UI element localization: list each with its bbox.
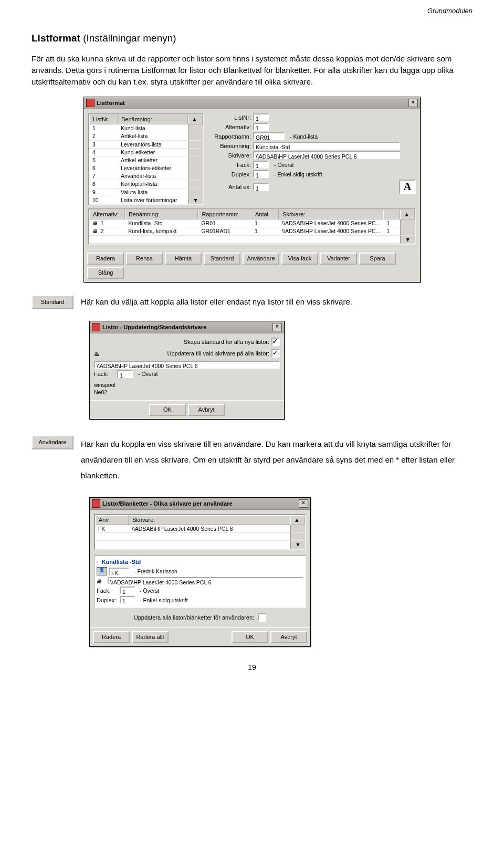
label-skrivare: Skrivare: — [209, 152, 253, 160]
scroll-down-icon[interactable]: ▼ — [290, 541, 305, 549]
fack-field[interactable]: 1 — [117, 370, 133, 378]
printer-icon — [92, 220, 98, 226]
app-icon — [92, 499, 100, 508]
font-indicator[interactable]: A — [399, 180, 416, 194]
col-rapp: Rapportnamn: — [198, 209, 251, 219]
fk-field[interactable]: FK — [109, 568, 130, 575]
standardskrivare-window: Listor - Uppdatering/Standardskrivare × … — [89, 321, 285, 420]
titlebar: Listformat × — [84, 97, 420, 109]
label-listnr: ListNr: — [209, 114, 253, 122]
list-item[interactable]: Valuta-lista — [118, 188, 188, 196]
page-icon — [97, 558, 99, 566]
ok-button[interactable]: OK — [149, 404, 186, 416]
fack-field[interactable]: 1 — [120, 586, 135, 594]
col-skrivare: Skrivare: — [279, 209, 383, 219]
skrivare-field[interactable]: \\ADSAB\HP LaserJet 4000 Series PCL 6 — [253, 151, 400, 159]
label-antalex: Antal ex: — [209, 183, 253, 191]
skapa-standard-checkbox[interactable] — [271, 338, 280, 346]
standard-section-button[interactable]: Standard — [32, 295, 74, 309]
avbryt-button[interactable]: Avbryt — [188, 404, 225, 416]
label-fack: Fack: — [97, 587, 120, 595]
close-icon[interactable]: × — [272, 323, 282, 331]
printer-field[interactable]: \\ADSAB\HP LaserJet 4000 Series PCL 6 — [94, 361, 280, 369]
anvandare-section-text: Här kan du koppla en viss skrivare till … — [81, 436, 472, 484]
varianter-button[interactable]: Varianter — [320, 253, 357, 265]
col-anv: Anv — [95, 515, 129, 525]
table-row[interactable]: 2 Kund-lista, kompaktGR01RAD11\\ADSAB\HP… — [89, 227, 415, 236]
table-row[interactable]: FK\\ADSAB\HP LaserJet 4000 Series PCL 6 — [95, 525, 305, 533]
fack-field[interactable]: 1 — [253, 161, 269, 169]
anvandare-button[interactable]: Användare — [243, 253, 279, 265]
window-title: Listor/Blanketter - Olika skrivare per a… — [102, 500, 299, 508]
label-skapa-standard: Skapa standard för alla nya listor: — [184, 338, 271, 346]
duplex-field[interactable]: 1 — [120, 596, 135, 604]
anvandare-section-button[interactable]: Användare — [32, 435, 74, 449]
standard-button[interactable]: Standard — [204, 253, 240, 265]
list-item[interactable]: Kund-etiketter — [118, 149, 188, 156]
close-icon[interactable]: × — [299, 499, 308, 508]
benamning-field[interactable]: Kundlista -Std — [253, 142, 400, 150]
list-item[interactable]: Leverantörs-lista — [118, 141, 188, 149]
list-item[interactable]: Kund-lista — [118, 124, 188, 132]
heading-sub: (Inställningar menyn) — [80, 33, 176, 44]
listnr-field[interactable]: 1 — [253, 113, 269, 121]
selected-list: Kundlista -Std — [102, 558, 141, 566]
radera-button[interactable]: Radera — [87, 253, 124, 265]
rensa-button[interactable]: Rensa — [126, 253, 163, 265]
list-item[interactable]: Leverantörs-etiketter — [118, 164, 188, 172]
col-listnr: ListNr. — [89, 114, 118, 124]
col-blank — [383, 209, 400, 219]
window-title: Listor - Uppdatering/Standardskrivare — [102, 323, 272, 331]
rapportnamn-field[interactable]: GR01 — [253, 132, 285, 140]
fk-desc: - Fredrik Karlsson — [134, 568, 177, 575]
scroll-down-icon[interactable]: ▼ — [400, 236, 415, 244]
uppdatera-alla-checkbox[interactable] — [258, 613, 266, 622]
close-icon[interactable]: × — [408, 99, 418, 107]
fack-desc: - Överst — [274, 161, 293, 169]
app-icon — [92, 323, 100, 331]
list-item[interactable]: Kontoplan-lista — [118, 180, 188, 188]
scroll-down-icon[interactable]: ▼ — [188, 196, 203, 204]
table-row[interactable]: 1 Kundlista -StdGR011\\ADSAB\HP LaserJet… — [89, 219, 415, 228]
visafack-button[interactable]: Visa fack — [281, 253, 318, 265]
rapportnamn-desc: - Kund-lista — [290, 133, 318, 140]
scroll-up-icon[interactable]: ▲ — [290, 515, 305, 525]
printer-icon — [94, 348, 99, 359]
col-ben: Benämning: — [125, 209, 198, 219]
col-alt: Alternativ: — [89, 209, 125, 219]
duplex-desc: - Enkel-sidig utskrift — [274, 171, 322, 178]
scroll-up-icon[interactable]: ▲ — [400, 209, 415, 219]
spara-button[interactable]: Spara — [359, 253, 396, 265]
label-duplex: Duplex: — [209, 171, 253, 179]
list-item[interactable]: Lista över förkortningar — [118, 196, 188, 204]
ok-button[interactable]: OK — [232, 631, 268, 643]
stang-button[interactable]: Stäng — [87, 267, 124, 279]
heading: Listformat (Inställningar menyn) — [32, 32, 472, 45]
uppdatera-checkbox[interactable] — [271, 349, 280, 358]
alternativ-field[interactable]: 1 — [253, 123, 269, 131]
intro-paragraph: För att du ska kunna skriva ut de rappor… — [32, 53, 472, 87]
antalex-field[interactable]: 1 — [253, 183, 269, 191]
alternatives-table[interactable]: Alternativ: Benämning: Rapportnamn: Anta… — [88, 208, 416, 245]
label-duplex: Duplex: — [97, 596, 120, 604]
avbryt-button[interactable]: Avbryt — [270, 631, 307, 643]
list-item[interactable]: Användar-lista — [118, 172, 188, 180]
list-item[interactable]: Artikel-etiketter — [118, 156, 188, 164]
radera-button[interactable]: Radera — [93, 631, 130, 643]
list-item[interactable]: Artikel-lista — [118, 132, 188, 140]
list-table[interactable]: ListNr. Benämning: ▲ 1Kund-lista 2Artike… — [88, 113, 204, 205]
hamta-button[interactable]: Hämta — [165, 253, 202, 265]
page-header: Grundmodulen — [32, 6, 472, 16]
printer-field[interactable]: \\ADSAB\HP LaserJet 4000 Series PCL 6 — [108, 577, 303, 585]
listformat-window: Listformat × ListNr. Benämning: ▲ 1Kund-… — [83, 97, 421, 282]
anv-table[interactable]: Anv Skrivare: ▲ FK\\ADSAB\HP LaserJet 40… — [94, 514, 306, 550]
extra-text: Ne02: — [94, 389, 280, 396]
window-title: Listformat — [97, 99, 408, 107]
standard-section-text: Här kan du välja att koppla alla listor … — [81, 296, 472, 308]
scroll-up-icon[interactable]: ▲ — [188, 114, 203, 124]
extra-text: winspool — [94, 381, 280, 389]
label-uppdatera-alla: Uppdatera alla listor/blanketter för anv… — [134, 614, 256, 622]
duplex-field[interactable]: 1 — [253, 170, 269, 178]
radera-allt-button[interactable]: Radera allt — [132, 631, 169, 643]
printer-icon — [97, 578, 106, 585]
